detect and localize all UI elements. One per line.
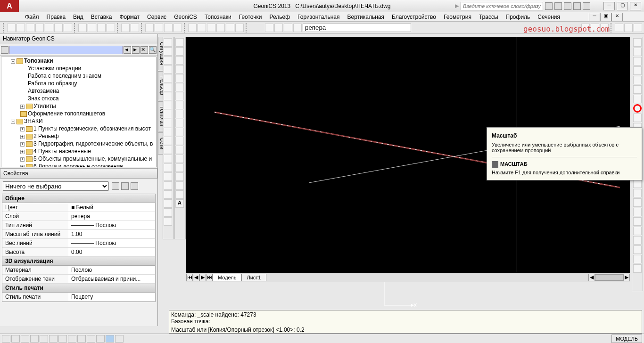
menu-horizontal[interactable]: Горизонтальная: [294, 13, 344, 21]
vtool-icon[interactable]: [164, 38, 172, 47]
polar-icon[interactable]: [30, 335, 39, 343]
menu-vertical[interactable]: Вертикальная: [344, 13, 388, 21]
menu-geonics[interactable]: GeoniCS: [170, 13, 201, 21]
cut-icon[interactable]: [78, 24, 87, 32]
offset-icon[interactable]: [633, 66, 642, 75]
arc-icon[interactable]: [175, 83, 184, 91]
tree-item[interactable]: +Утилиты: [1, 102, 156, 110]
erase-icon[interactable]: [633, 38, 642, 47]
area-icon[interactable]: [624, 24, 633, 32]
tree-znaki[interactable]: −ЗНАКИ: [1, 117, 156, 125]
status-active-icon[interactable]: [106, 335, 114, 343]
layer-on-icon[interactable]: [274, 24, 283, 32]
menu-insert[interactable]: Вставка: [87, 13, 116, 21]
hatch-icon[interactable]: [175, 163, 184, 172]
ellipsearc-icon[interactable]: [175, 128, 184, 136]
menu-service[interactable]: Сервис: [143, 13, 170, 21]
tree-item[interactable]: +3 Гидрография, гидротехнические объекты…: [1, 140, 156, 147]
block-icon[interactable]: [175, 146, 184, 154]
mirror-icon[interactable]: [633, 57, 642, 65]
hscrollbar[interactable]: [595, 274, 623, 281]
layer-lock-icon[interactable]: [293, 24, 302, 32]
vtool-icon[interactable]: [164, 74, 172, 82]
snap-icon[interactable]: [2, 335, 10, 343]
rotate-icon[interactable]: [633, 95, 642, 103]
otrack-icon[interactable]: [49, 335, 58, 343]
markup-icon[interactable]: [226, 24, 234, 32]
model-space-button[interactable]: МОДЕЛЬ: [611, 335, 642, 343]
ellipse-icon[interactable]: [175, 119, 184, 127]
hscroll-left-icon[interactable]: ◀: [588, 274, 595, 281]
vtool-icon[interactable]: [164, 110, 172, 118]
vtool-icon[interactable]: [164, 92, 172, 100]
dyn-icon[interactable]: [68, 335, 76, 343]
vtool-icon[interactable]: [164, 208, 172, 217]
open-icon[interactable]: [17, 24, 25, 32]
designcenter-icon[interactable]: [198, 24, 206, 32]
tab-sheet1[interactable]: Лист1: [241, 274, 266, 281]
vtool-icon[interactable]: [164, 163, 172, 172]
zoom-prev-icon[interactable]: [173, 24, 182, 32]
nav-find-icon[interactable]: 🔍: [149, 46, 157, 54]
mod-icon[interactable]: [633, 264, 642, 273]
region-icon[interactable]: [634, 24, 642, 32]
layer-combo[interactable]: [303, 24, 411, 32]
move-icon[interactable]: [633, 85, 642, 94]
help-icon[interactable]: [583, 2, 590, 10]
vtool-icon[interactable]: [164, 155, 172, 163]
tree-item[interactable]: Работа с последним знаком: [1, 72, 156, 80]
lwt-icon[interactable]: [77, 335, 86, 343]
menu-routes[interactable]: Трассы: [475, 13, 502, 21]
minimize-button[interactable]: ─: [603, 2, 615, 10]
mod-icon[interactable]: [633, 255, 642, 263]
menu-landscape[interactable]: Благоустройство: [388, 13, 440, 21]
tab-next-icon[interactable]: ▶: [199, 274, 206, 281]
vtool-icon[interactable]: [164, 181, 172, 190]
rect-icon[interactable]: [175, 74, 184, 82]
osnap-icon[interactable]: [40, 335, 48, 343]
spline-icon[interactable]: [175, 110, 184, 118]
table-icon[interactable]: [175, 190, 184, 199]
toolpalette-icon[interactable]: [207, 24, 215, 32]
match-icon[interactable]: [107, 24, 115, 32]
zoom-window-icon[interactable]: [164, 24, 173, 32]
doc-restore-button[interactable]: ▣: [600, 13, 611, 21]
mod-icon[interactable]: [633, 217, 642, 226]
tree-item[interactable]: +6 Дороги и дорожные сооружения: [1, 163, 156, 167]
vtool-icon[interactable]: [164, 199, 172, 208]
array-icon[interactable]: [633, 76, 642, 84]
preview-icon[interactable]: [45, 24, 53, 32]
mtext-icon[interactable]: A: [175, 199, 184, 208]
menu-view[interactable]: Вид: [69, 13, 87, 21]
revcloud-icon[interactable]: [175, 101, 184, 109]
tree-root[interactable]: −Топознаки: [1, 57, 156, 65]
vtool-icon[interactable]: [164, 172, 172, 181]
undo-icon[interactable]: [121, 24, 130, 32]
menu-file[interactable]: Файл: [21, 13, 43, 21]
star-icon[interactable]: [573, 2, 581, 10]
nav-tree[interactable]: −Топознаки Установки операции Работа с п…: [1, 57, 157, 167]
tree-item[interactable]: +5 Объекты промышленные, коммунальные и: [1, 155, 156, 163]
redo-icon[interactable]: [131, 24, 139, 32]
menu-toposigns[interactable]: Топознаки: [201, 13, 235, 21]
paste-icon[interactable]: [97, 24, 106, 32]
vtool-icon[interactable]: [164, 137, 172, 145]
nav-icon1[interactable]: [1, 46, 8, 54]
layer-mgr-icon[interactable]: [265, 24, 273, 32]
vtool-icon[interactable]: [164, 56, 172, 65]
tree-item[interactable]: Оформление топопланшетов: [1, 110, 156, 117]
search-input[interactable]: [461, 2, 543, 10]
tab-last-icon[interactable]: ⏭: [206, 274, 213, 281]
command-line[interactable]: Команда: _scale найдено: 47273 Базовая т…: [169, 310, 642, 334]
zoom-realtime-icon[interactable]: [155, 24, 163, 32]
mod-icon[interactable]: [633, 198, 642, 207]
plot-icon[interactable]: [64, 24, 72, 32]
tab-prev-icon[interactable]: ◀: [193, 274, 199, 281]
tab-model[interactable]: Модель: [213, 274, 241, 281]
publish-icon[interactable]: [54, 24, 63, 32]
menu-format[interactable]: Формат: [116, 13, 143, 21]
vtool-icon[interactable]: [164, 190, 172, 199]
select-icon[interactable]: [121, 182, 129, 190]
app-logo[interactable]: A: [0, 0, 19, 12]
selection-combo[interactable]: Ничего не выбрано: [3, 181, 109, 191]
